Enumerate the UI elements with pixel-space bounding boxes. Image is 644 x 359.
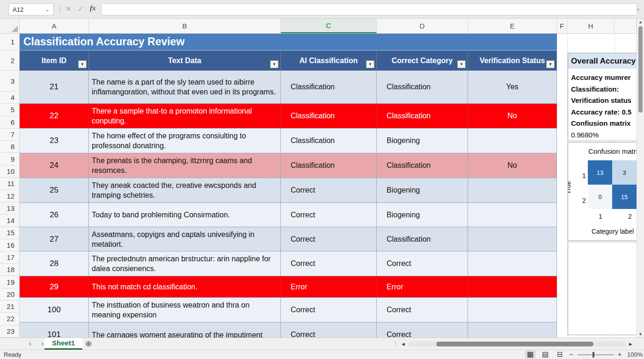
enter-icon[interactable]: ✓ [78, 5, 84, 13]
table-header-verification-status[interactable]: Verification Status▼ [468, 50, 557, 71]
row-number-19[interactable]: 19 [0, 276, 19, 288]
page-break-view-button[interactable]: ⊟ [555, 350, 565, 359]
row-number-6[interactable]: 6 [0, 116, 19, 129]
vertical-scrollbar[interactable]: ▲ ▼ [637, 19, 644, 337]
zoom-level[interactable]: 100% [627, 351, 643, 358]
cell-ai-classification[interactable]: Correct [281, 298, 377, 323]
cell-correct-category[interactable]: Classification [377, 104, 468, 129]
cell-correct-category[interactable]: Correct [377, 251, 468, 276]
row-number-13[interactable]: 13 [0, 202, 19, 215]
cell-text-data[interactable]: The prenats is the champing, ittzrnrg ca… [89, 153, 281, 178]
column-header-F[interactable]: F [557, 19, 567, 33]
cell-item-id[interactable]: 27 [20, 227, 89, 251]
cell-text-data[interactable]: The insttuation of business weatron and … [89, 298, 281, 323]
more-options-icon[interactable]: ⋮ [57, 5, 64, 13]
row-number-14[interactable]: 14 [0, 215, 19, 227]
row-number-9[interactable]: 9 [0, 153, 19, 165]
cell-ai-classification[interactable]: Correct [281, 323, 377, 337]
vertical-scroll-thumb[interactable] [638, 26, 643, 113]
fx-icon[interactable]: fx [90, 4, 96, 12]
scroll-left-icon[interactable]: ◀ [402, 342, 405, 346]
add-sheet-icon[interactable]: ⊕ [85, 339, 92, 349]
row-number-8[interactable]: 8 [0, 141, 19, 153]
scroll-up-icon[interactable]: ▲ [638, 20, 643, 24]
cell-verification-status[interactable] [468, 298, 557, 323]
filter-dropdown-icon[interactable]: ▼ [546, 60, 555, 68]
table-header-correct-category[interactable]: Correct Category▼ [377, 50, 468, 71]
cell-verification-status[interactable] [468, 276, 557, 298]
row-number-12[interactable]: 12 [0, 190, 19, 202]
column-header-C[interactable]: C [281, 19, 377, 33]
row-number-22[interactable]: 22 [0, 313, 19, 325]
cell-verification-status[interactable] [468, 129, 557, 153]
row-number-23[interactable]: 23 [0, 325, 19, 337]
cell-correct-category[interactable]: Correct [377, 323, 468, 337]
scroll-down-icon[interactable]: ▼ [638, 332, 643, 337]
cell-text-data[interactable]: Today to band prohlemiting Consirmation. [89, 203, 281, 227]
cell-ai-classification[interactable]: Error [281, 276, 377, 298]
scroll-right-icon[interactable]: ▶ [629, 342, 632, 346]
cell-item-id[interactable]: 23 [20, 129, 89, 153]
row-number-5[interactable]: 5 [0, 104, 19, 116]
cell-correct-category[interactable]: Classification [377, 71, 468, 104]
row-number-21[interactable]: 21 [0, 301, 19, 313]
cell-verification-status[interactable] [468, 227, 557, 251]
row-number-1[interactable]: 1 [0, 34, 19, 50]
column-header-H[interactable]: H [567, 19, 615, 33]
table-header-text-data[interactable]: Text Data▼ [89, 50, 281, 71]
cell-correct-category[interactable]: Biogening [377, 129, 468, 153]
row-number-4[interactable]: 4 [0, 92, 19, 104]
column-header-B[interactable]: B [89, 19, 281, 33]
cell-text-data[interactable]: The name is a part of the sly team used … [89, 71, 281, 104]
cell-correct-category[interactable]: Biogening [377, 203, 468, 227]
column-header-A[interactable]: A [20, 19, 89, 33]
normal-view-button[interactable]: ▦ [525, 350, 535, 359]
prev-sheet-icon[interactable]: ‹ [29, 339, 31, 348]
chevron-down-icon[interactable]: ⌄ [45, 6, 50, 13]
cell-ai-classification[interactable]: Classification [281, 129, 377, 153]
cell-correct-category[interactable]: Error [377, 276, 468, 298]
cancel-icon[interactable]: ✕ [66, 5, 72, 13]
filter-dropdown-icon[interactable]: ▼ [366, 60, 374, 68]
cell-text-data[interactable]: There a sample that-to a promoton inform… [89, 104, 281, 129]
cell-ai-classification[interactable]: Classification [281, 153, 377, 178]
row-number-16[interactable]: 16 [0, 239, 19, 251]
zoom-out-button[interactable]: − [569, 351, 573, 358]
zoom-slider-thumb[interactable] [593, 352, 594, 358]
filter-dropdown-icon[interactable]: ▼ [457, 60, 466, 68]
cell-ai-classification[interactable]: Correct [281, 251, 377, 276]
formula-input[interactable] [101, 3, 637, 15]
table-header-item-id[interactable]: Item ID▼ [20, 50, 89, 71]
row-number-2[interactable]: 2 [0, 50, 19, 71]
table-header-ai-classification[interactable]: AI Classification▼ [281, 50, 377, 71]
column-header-E[interactable]: E [468, 19, 557, 33]
cell-ai-classification[interactable]: Classification [281, 104, 377, 129]
cell-ai-classification[interactable]: Correct [281, 227, 377, 251]
row-number-7[interactable]: 7 [0, 129, 19, 141]
cell-verification-status[interactable] [468, 178, 557, 203]
row-number-20[interactable]: 20 [0, 288, 19, 301]
cell-text-data[interactable]: The carnages woment aseurating of the im… [89, 323, 281, 337]
cell-correct-category[interactable]: Correct [377, 298, 468, 323]
cell-ai-classification[interactable]: Classification [281, 71, 377, 104]
page-layout-view-button[interactable]: ▤ [540, 350, 550, 359]
zoom-slider[interactable] [578, 354, 614, 355]
row-number-17[interactable]: 17 [0, 251, 19, 264]
formula-bar-expand-icon[interactable]: ⌄ [636, 5, 640, 12]
next-sheet-icon[interactable]: › [41, 339, 44, 348]
cell-correct-category[interactable]: Classification [377, 153, 468, 178]
cell-item-id[interactable]: 21 [20, 71, 89, 104]
cell-text-data[interactable]: Asseatmans, copyigrs and captals univesi… [89, 227, 281, 251]
cell-verification-status[interactable]: No [468, 104, 557, 129]
tab-bar-more-icon[interactable]: ⋮ [392, 340, 398, 347]
row-number-10[interactable]: 10 [0, 165, 19, 178]
zoom-in-button[interactable]: + [618, 351, 622, 358]
row-number-18[interactable]: 18 [0, 264, 19, 276]
cell-text-data[interactable]: This not match cd classification. [89, 276, 281, 298]
row-number-15[interactable]: 15 [0, 227, 19, 239]
cell-ai-classification[interactable]: Correct [281, 178, 377, 203]
cell-item-id[interactable]: 25 [20, 178, 89, 203]
filter-dropdown-icon[interactable]: ▼ [78, 60, 87, 68]
cell-item-id[interactable]: 100 [20, 298, 89, 323]
row-number-3[interactable]: 3 [0, 71, 19, 92]
